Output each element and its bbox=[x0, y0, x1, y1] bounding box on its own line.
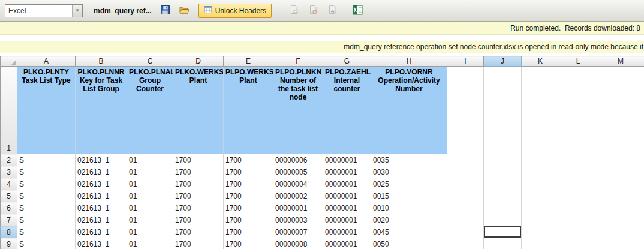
cell-F4[interactable]: 00000004 bbox=[273, 178, 323, 190]
row-header-6[interactable]: 6 bbox=[1, 202, 17, 214]
field-header-cell-F1[interactable]: PLPO.PLNKN Number of the task list node bbox=[273, 67, 323, 154]
cell-I2[interactable] bbox=[447, 154, 484, 166]
cell-M7[interactable] bbox=[597, 214, 644, 226]
cell-C5[interactable]: 01 bbox=[127, 190, 173, 202]
cell-E6[interactable]: 1700 bbox=[224, 202, 273, 214]
cell-L1[interactable] bbox=[559, 67, 597, 154]
cell-E9[interactable]: 1700 bbox=[224, 238, 273, 249]
cell-F3[interactable]: 00000005 bbox=[273, 166, 323, 178]
column-header-D[interactable]: D bbox=[173, 56, 224, 67]
cell-H9[interactable]: 0050 bbox=[371, 238, 447, 249]
column-header-H[interactable]: H bbox=[371, 56, 447, 67]
cell-G2[interactable]: 00000001 bbox=[323, 154, 371, 166]
cell-M6[interactable] bbox=[597, 202, 644, 214]
cell-G4[interactable]: 00000001 bbox=[323, 178, 371, 190]
column-header-F[interactable]: F bbox=[273, 56, 323, 67]
cell-C2[interactable]: 01 bbox=[127, 154, 173, 166]
cell-B4[interactable]: 021613_1 bbox=[76, 178, 127, 190]
cell-L5[interactable] bbox=[559, 190, 597, 202]
cell-A7[interactable]: S bbox=[17, 214, 76, 226]
cell-M5[interactable] bbox=[597, 190, 644, 202]
cell-F5[interactable]: 00000002 bbox=[273, 190, 323, 202]
cell-J9[interactable] bbox=[484, 238, 522, 249]
cell-E7[interactable]: 1700 bbox=[224, 214, 273, 226]
cell-D3[interactable]: 1700 bbox=[173, 166, 224, 178]
column-header-C[interactable]: C bbox=[127, 56, 173, 67]
column-header-G[interactable]: G bbox=[323, 56, 371, 67]
cell-D4[interactable]: 1700 bbox=[173, 178, 224, 190]
cell-G6[interactable]: 00000001 bbox=[323, 202, 371, 214]
app-selector[interactable]: Excel ▼ bbox=[5, 4, 83, 17]
cell-C7[interactable]: 01 bbox=[127, 214, 173, 226]
cell-J6[interactable] bbox=[484, 202, 522, 214]
cell-E4[interactable]: 1700 bbox=[224, 178, 273, 190]
cell-G5[interactable]: 00000001 bbox=[323, 190, 371, 202]
cell-K1[interactable] bbox=[522, 67, 559, 154]
cell-I3[interactable] bbox=[447, 166, 484, 178]
save-button[interactable] bbox=[158, 3, 173, 19]
cell-J5[interactable] bbox=[484, 190, 522, 202]
cell-E3[interactable]: 1700 bbox=[224, 166, 273, 178]
select-all-corner[interactable] bbox=[1, 56, 17, 67]
field-header-cell-G1[interactable]: PLPO.ZAEHL Internal counter bbox=[323, 67, 371, 154]
cell-K8[interactable] bbox=[522, 226, 559, 238]
cell-D6[interactable]: 1700 bbox=[173, 202, 224, 214]
row-header-4[interactable]: 4 bbox=[1, 178, 17, 190]
row-header-2[interactable]: 2 bbox=[1, 154, 17, 166]
cell-L9[interactable] bbox=[559, 238, 597, 249]
column-header-L[interactable]: L bbox=[559, 56, 597, 67]
cell-D7[interactable]: 1700 bbox=[173, 214, 224, 226]
cell-K6[interactable] bbox=[522, 202, 559, 214]
cell-J2[interactable] bbox=[484, 154, 522, 166]
cell-A8[interactable]: S bbox=[17, 226, 76, 238]
cell-G7[interactable]: 00000001 bbox=[323, 214, 371, 226]
cell-D8[interactable]: 1700 bbox=[173, 226, 224, 238]
column-header-E[interactable]: E bbox=[224, 56, 273, 67]
cell-J7[interactable] bbox=[484, 214, 522, 226]
cell-C8[interactable]: 01 bbox=[127, 226, 173, 238]
cell-E2[interactable]: 1700 bbox=[224, 154, 273, 166]
cell-M2[interactable] bbox=[597, 154, 644, 166]
cell-K5[interactable] bbox=[522, 190, 559, 202]
excel-button[interactable] bbox=[350, 3, 365, 19]
column-header-B[interactable]: B bbox=[76, 56, 127, 67]
unlock-headers-button[interactable]: Unlock Headers bbox=[198, 4, 272, 18]
field-header-cell-B1[interactable]: PLKO.PLNNR Key for Task List Group bbox=[76, 67, 127, 154]
row-header-8[interactable]: 8 bbox=[1, 226, 17, 238]
cell-F9[interactable]: 00000008 bbox=[273, 238, 323, 249]
row-header-3[interactable]: 3 bbox=[1, 166, 17, 178]
field-header-cell-D1[interactable]: PLKO.WERKS Plant bbox=[173, 67, 224, 154]
cell-K9[interactable] bbox=[522, 238, 559, 249]
cell-A3[interactable]: S bbox=[17, 166, 76, 178]
document-tab[interactable]: mdm_query ref... bbox=[94, 7, 152, 15]
cell-J4[interactable] bbox=[484, 178, 522, 190]
add-sheet-button[interactable] bbox=[286, 3, 302, 19]
cell-M1[interactable] bbox=[597, 67, 644, 154]
cell-B8[interactable]: 021613_1 bbox=[76, 226, 127, 238]
field-header-cell-E1[interactable]: PLPO.WERKS Plant bbox=[224, 67, 273, 154]
cell-I7[interactable] bbox=[447, 214, 484, 226]
cell-L2[interactable] bbox=[559, 154, 597, 166]
cell-E5[interactable]: 1700 bbox=[224, 190, 273, 202]
cell-H2[interactable]: 0035 bbox=[371, 154, 447, 166]
cell-C6[interactable]: 01 bbox=[127, 202, 173, 214]
delete-sheet-button[interactable] bbox=[305, 3, 321, 19]
export-sheet-button[interactable] bbox=[324, 3, 340, 19]
cell-B9[interactable]: 021613_1 bbox=[76, 238, 127, 249]
cell-A2[interactable]: S bbox=[17, 154, 76, 166]
cell-J3[interactable] bbox=[484, 166, 522, 178]
cell-M9[interactable] bbox=[597, 238, 644, 249]
cell-B2[interactable]: 021613_1 bbox=[76, 154, 127, 166]
cell-I9[interactable] bbox=[447, 238, 484, 249]
cell-H4[interactable]: 0025 bbox=[371, 178, 447, 190]
cell-I6[interactable] bbox=[447, 202, 484, 214]
row-header-7[interactable]: 7 bbox=[1, 214, 17, 226]
cell-F8[interactable]: 00000007 bbox=[273, 226, 323, 238]
dropdown-arrow-icon[interactable]: ▼ bbox=[72, 5, 82, 17]
cell-I8[interactable] bbox=[447, 226, 484, 238]
cell-D9[interactable]: 1700 bbox=[173, 238, 224, 249]
cell-L6[interactable] bbox=[559, 202, 597, 214]
cell-K4[interactable] bbox=[522, 178, 559, 190]
cell-C9[interactable]: 01 bbox=[127, 238, 173, 249]
cell-G8[interactable]: 00000001 bbox=[323, 226, 371, 238]
